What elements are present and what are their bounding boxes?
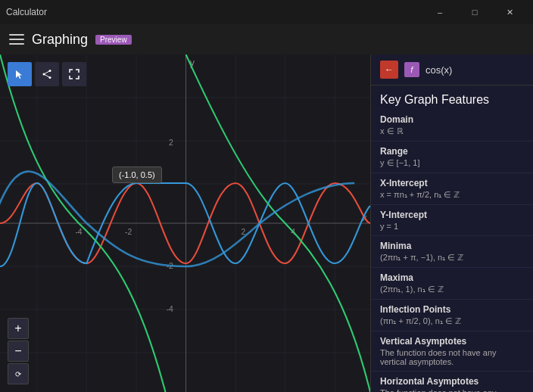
feature-name: Maxima [380,272,524,283]
feature-item: X-Interceptx = πn₁ + π/2, n₁ ∈ ℤ [371,173,533,205]
feature-value: x = πn₁ + π/2, n₁ ∈ ℤ [380,190,524,200]
graph-toolbar [8,62,86,86]
zoom-reset-button[interactable]: ⟳ [8,363,29,384]
main-content: y x -4 -2 2 4 2 -2 -4 (-1.0, 0.5) + [0,54,533,392]
titlebar-controls: – □ ✕ [422,0,527,24]
right-panel: ← f cos(x) Key Graph Features Domainx ∈ … [370,54,533,392]
feature-name: X-Intercept [380,178,524,188]
back-button[interactable]: ← [380,61,398,79]
feature-name: Minima [380,241,524,251]
feature-item: Inflection Points(πn₁ + π/2, 0), n₁ ∈ ℤ [371,300,533,331]
minimize-button[interactable]: – [422,0,457,24]
appbar: Graphing Preview [0,24,533,54]
svg-text:-4: -4 [75,228,83,236]
feature-item: Horizontal AsymptotesThe function does n… [371,372,533,392]
hamburger-menu[interactable] [9,32,24,47]
titlebar: Calculator – □ ✕ [0,0,533,24]
svg-line-4 [44,74,50,78]
panel-section-title: Key Graph Features [371,86,533,110]
zoom-in-button[interactable]: + [8,318,29,339]
feature-name: Domain [380,114,524,125]
feature-value: x ∈ ℝ [380,126,524,136]
graph-area[interactable]: y x -4 -2 2 4 2 -2 -4 (-1.0, 0.5) + [0,54,370,392]
feature-name: Horizontal Asymptotes [380,376,524,387]
cursor-tool-button[interactable] [8,62,32,86]
close-button[interactable]: ✕ [492,0,527,24]
fullscreen-button[interactable] [62,62,86,86]
feature-name: Inflection Points [380,304,524,315]
feature-value: y = 1 [380,222,524,231]
feature-value: The function does not have any vertical … [380,348,524,366]
preview-badge: Preview [95,35,132,45]
function-icon: f [404,62,419,77]
share-button[interactable] [35,62,59,86]
maximize-button[interactable]: □ [457,0,492,24]
feature-item: Domainx ∈ ℝ [371,110,533,142]
feature-name: Range [380,146,524,157]
feature-name: Vertical Asymptotes [380,336,524,347]
feature-value: (2πn₁ + π, −1), n₁ ∈ ℤ [380,253,524,263]
svg-text:-2: -2 [125,228,132,236]
features-list: Domainx ∈ ℝRangey ∈ [−1, 1]X-Interceptx … [371,110,533,392]
svg-line-3 [44,71,50,75]
graph-canvas[interactable]: y x -4 -2 2 4 2 -2 -4 [0,54,370,392]
feature-item: Maxima(2πn₁, 1), n₁ ∈ ℤ [371,268,533,300]
function-expression: cos(x) [425,64,452,76]
svg-text:-4: -4 [167,305,174,313]
titlebar-left: Calculator [6,7,47,17]
feature-value: (2πn₁, 1), n₁ ∈ ℤ [380,285,524,294]
feature-item: Rangey ∈ [−1, 1] [371,142,533,173]
panel-header: ← f cos(x) [371,54,533,86]
app-title: Graphing [32,32,88,48]
feature-name: Y-Intercept [380,210,524,220]
feature-item: Y-Intercepty = 1 [371,205,533,236]
app-title-bar: Calculator [6,7,47,17]
feature-value: The function does not have any horizonta… [380,388,524,392]
zoom-controls: + − ⟳ [8,318,29,384]
feature-value: (πn₁ + π/2, 0), n₁ ∈ ℤ [380,316,524,326]
feature-value: y ∈ [−1, 1] [380,158,524,168]
svg-text:2: 2 [169,138,173,147]
feature-item: Minima(2πn₁ + π, −1), n₁ ∈ ℤ [371,236,533,268]
zoom-out-button[interactable]: − [8,341,29,362]
feature-item: Vertical AsymptotesThe function does not… [371,331,533,372]
